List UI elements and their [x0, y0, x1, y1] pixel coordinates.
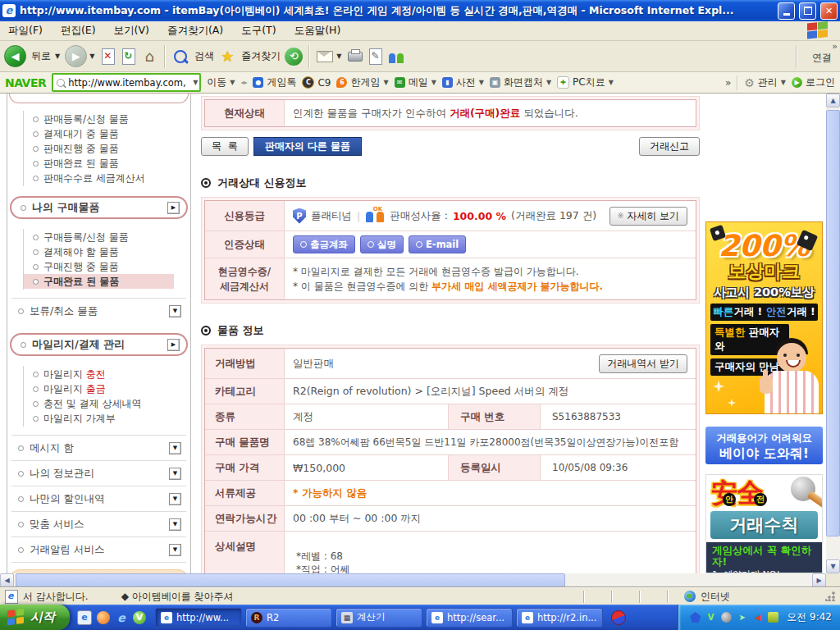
- real-name-badge[interactable]: 실명: [360, 235, 404, 253]
- menu-favorites[interactable]: 즐겨찾기(A): [167, 24, 223, 38]
- collapse-arrow-icon[interactable]: ▼: [169, 442, 181, 454]
- naver-search-input[interactable]: http://www.itembay.com,: [68, 77, 189, 89]
- email-badge[interactable]: E-mail: [409, 235, 466, 253]
- history-icon[interactable]: ⟲: [285, 47, 303, 66]
- report-trade-button[interactable]: 거래신고: [639, 137, 700, 156]
- task-button-r2[interactable]: R R2: [245, 608, 332, 628]
- bank-account-badge[interactable]: 출금계좌: [293, 235, 355, 253]
- menu-file[interactable]: 파일(F): [8, 24, 43, 38]
- collapse-arrow-icon[interactable]: ▼: [169, 468, 181, 480]
- forward-dropdown-icon[interactable]: ▼: [89, 52, 94, 60]
- home-button[interactable]: ⌂: [140, 47, 158, 66]
- back-dropdown-icon[interactable]: ▼: [55, 52, 60, 60]
- horizontal-scrollbar[interactable]: ◀ ▶: [0, 573, 826, 587]
- favorites-label[interactable]: 즐겨찾기: [241, 49, 281, 63]
- expand-arrow-icon[interactable]: ▶: [167, 202, 180, 214]
- sidebar-item[interactable]: 결제대기 중 물품: [24, 126, 190, 141]
- restore-button[interactable]: [799, 2, 816, 20]
- ad-banner-200-percent[interactable]: 200% 보상마크 사고시 200%보상 빠른거래 ! 안전거래 ! 특별한 판…: [705, 221, 823, 414]
- usb-device-icon[interactable]: ➤: [737, 612, 747, 623]
- sidebar-item-trade-alert[interactable]: 거래알림 서비스 ▼: [7, 537, 190, 562]
- mail-dropdown-icon[interactable]: ▼: [336, 52, 341, 60]
- scroll-up-icon[interactable]: ▲: [826, 94, 840, 107]
- collapse-arrow-icon[interactable]: ▼: [169, 518, 181, 531]
- horizontal-scroll-thumb[interactable]: [16, 573, 565, 587]
- search-icon[interactable]: [171, 47, 189, 66]
- collapse-arrow-icon[interactable]: ▼: [169, 305, 181, 317]
- toolbar-overflow-chevron[interactable]: »: [832, 41, 838, 52]
- task-button-itembay[interactable]: e http://ww...: [155, 608, 242, 628]
- detail-view-button[interactable]: ※ 자세히 보기: [609, 207, 687, 226]
- start-button[interactable]: 시작: [0, 605, 70, 630]
- sidebar-item-custom-service[interactable]: 맞춤 서비스 ▼: [7, 512, 190, 536]
- sidebar-item[interactable]: 구매등록/신청 물품: [24, 230, 190, 244]
- stop-button[interactable]: ✕: [99, 47, 117, 66]
- sidebar-item-discounts[interactable]: 나만의 할인내역 ▼: [7, 486, 190, 511]
- sidebar-item[interactable]: 판매등록/신청 물품: [24, 112, 190, 126]
- scroll-down-icon[interactable]: ▼: [826, 559, 840, 573]
- sidebar-item-hold-cancel[interactable]: 보류/취소 물품 ▼: [7, 299, 190, 323]
- menu-view[interactable]: 보기(V): [114, 24, 149, 38]
- collapse-arrow-icon[interactable]: ▼: [169, 493, 181, 505]
- naver-link-pccure[interactable]: ✚ PC치료▼: [557, 75, 614, 89]
- links-bar-label[interactable]: 연결: [812, 51, 832, 65]
- naver-search-box[interactable]: http://www.itembay.com, ▼: [52, 73, 201, 92]
- sidebar-item-messages[interactable]: 메시지 함 ▼: [7, 436, 190, 460]
- print-icon[interactable]: [346, 47, 364, 66]
- mail-icon[interactable]: [316, 47, 334, 66]
- messenger-icon[interactable]: [387, 47, 405, 66]
- sidebar-item[interactable]: 결제해야 할 물품: [24, 244, 190, 259]
- naver-link-c9[interactable]: C C9: [302, 76, 331, 89]
- task-button-r2-site[interactable]: e http://r2.in...: [516, 608, 603, 628]
- ad-banner-help[interactable]: 거래용어가 어려워요 베이야 도와줘!: [705, 427, 823, 464]
- favorites-star-icon[interactable]: ★: [218, 47, 236, 66]
- expand-arrow-icon[interactable]: ▶: [167, 339, 180, 351]
- speaker-icon[interactable]: ◀: [752, 612, 763, 623]
- vertical-scroll-thumb[interactable]: [826, 110, 840, 536]
- v3-tray-icon[interactable]: V: [705, 612, 716, 623]
- taskbar-clock[interactable]: 오전 9:42: [787, 610, 832, 624]
- internet-explorer-icon[interactable]: e: [115, 611, 128, 624]
- scroll-right-icon[interactable]: ▶: [812, 573, 826, 587]
- ad-banner-safety-rules[interactable]: 安全 안 전 거래수칙 게임상에서 꼭 확인하자! 1. 예약거래 NO! 2.…: [705, 474, 823, 573]
- sidebar-item[interactable]: 판매수수료 세금계산서: [24, 171, 190, 185]
- scroll-left-icon[interactable]: ◀: [0, 573, 14, 587]
- sidebar-section-my-purchases[interactable]: 나의 구매물품 ▶: [10, 196, 188, 219]
- taskbar-orb-icon[interactable]: [611, 610, 626, 625]
- toolbar-arrows-icon[interactable]: ◂▸: [240, 79, 247, 86]
- naver-logo[interactable]: NAVER: [5, 76, 46, 89]
- naver-go-button[interactable]: 이동▼: [207, 75, 235, 89]
- naver-login-button[interactable]: ▶ 로그인: [792, 75, 835, 89]
- naver-link-hangame[interactable]: 6 한게임▼: [336, 75, 388, 89]
- close-button[interactable]: ✕: [820, 2, 838, 20]
- back-label[interactable]: 뒤로: [31, 49, 51, 63]
- resize-grip[interactable]: [825, 591, 835, 601]
- security-pentagon-icon[interactable]: [690, 612, 701, 623]
- download-statement-button[interactable]: 거래내역서 받기: [599, 354, 687, 373]
- sidebar-section-mileage[interactable]: 마일리지/결제 관리 ▶: [10, 333, 188, 356]
- sidebar-item-my-info[interactable]: 나의 정보관리 ▼: [7, 461, 190, 486]
- display-utility-icon[interactable]: [768, 612, 778, 623]
- menu-help[interactable]: 도움말(H): [294, 24, 341, 38]
- menu-edit[interactable]: 편집(E): [61, 24, 96, 38]
- naver-overflow-chevron[interactable]: »: [725, 77, 731, 89]
- seller-other-items-button[interactable]: 판매자의 다른 물품: [253, 137, 362, 156]
- sidebar-item[interactable]: 마일리지 출금: [24, 381, 190, 396]
- sidebar-item[interactable]: 판매완료 된 물품: [24, 156, 190, 171]
- ie-desktop-icon[interactable]: e: [77, 610, 92, 625]
- menu-tools[interactable]: 도구(T): [241, 24, 276, 38]
- sidebar-item[interactable]: 구매진행 중 물품: [24, 259, 190, 274]
- back-button[interactable]: ◀: [4, 45, 26, 67]
- vertical-scrollbar[interactable]: ▲ ▼: [826, 94, 840, 573]
- list-button[interactable]: 목 록: [201, 137, 249, 156]
- volume-knob-icon[interactable]: [721, 612, 732, 623]
- naver-link-mail[interactable]: ✉ 메일▼: [395, 75, 436, 89]
- task-button-search[interactable]: e http://sear...: [426, 608, 513, 628]
- sidebar-item[interactable]: 마일리지 충전: [24, 367, 190, 381]
- edit-icon[interactable]: ✎: [367, 47, 385, 66]
- v3-shield-icon[interactable]: V: [133, 611, 146, 624]
- forward-button[interactable]: ▶: [65, 45, 87, 67]
- naver-admin-button[interactable]: ⚙ 관리▼: [744, 75, 786, 89]
- naver-link-dictionary[interactable]: ▮ 사전▼: [442, 75, 484, 89]
- search-label[interactable]: 검색: [194, 49, 214, 63]
